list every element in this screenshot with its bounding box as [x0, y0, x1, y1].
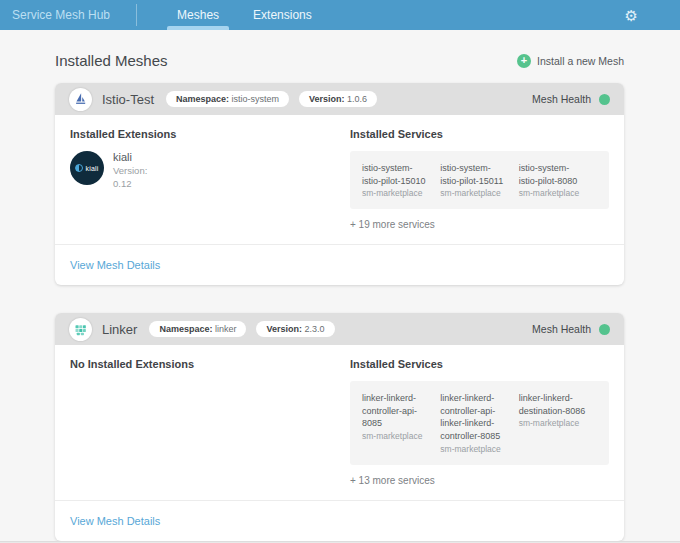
main-content: Installed Meshes + Install a new Mesh Is… — [0, 30, 680, 541]
version-badge: Version: 2.3.0 — [256, 321, 334, 337]
service-name: linker-linkerd-controller-api-8085 — [362, 392, 430, 430]
kiali-ring-glyph — [75, 164, 83, 172]
mesh-card-footer: View Mesh Details — [55, 500, 624, 541]
service-source: sm-marketplace — [519, 418, 587, 428]
kiali-word: kiali — [85, 165, 98, 172]
namespace-value: istio-system — [232, 94, 280, 104]
tab-extensions[interactable]: Extensions — [241, 0, 324, 30]
service-item: istio-system-istio-pilot-15010 sm-market… — [362, 162, 440, 198]
view-mesh-details-link[interactable]: View Mesh Details — [70, 259, 160, 271]
more-services-text: + 13 more services — [350, 475, 609, 486]
extension-item-kiali: kiali kiali Version: 0.12 — [70, 151, 350, 191]
service-source: sm-marketplace — [440, 188, 508, 198]
installed-services-column: Installed Services istio-system-istio-pi… — [350, 128, 609, 244]
extension-name: kiali — [113, 151, 147, 163]
health-status-dot — [599, 324, 610, 335]
installed-services-title: Installed Services — [350, 358, 609, 370]
mesh-health: Mesh Health — [532, 93, 610, 105]
service-item: linker-linkerd-controller-api-linker-lin… — [440, 392, 518, 453]
version-badge: Version: 1.0.6 — [299, 91, 377, 107]
nav-divider — [136, 4, 137, 26]
nav-tabs: Meshes Extensions — [165, 0, 334, 30]
istio-logo-icon — [69, 88, 92, 111]
mesh-card-header: Istio-Test Namespace: istio-system Versi… — [55, 83, 624, 115]
active-tab-underline — [167, 26, 229, 30]
page-header: Installed Meshes + Install a new Mesh — [55, 52, 624, 69]
service-source: sm-marketplace — [440, 444, 508, 454]
service-name: istio-system-istio-pilot-15010 — [362, 162, 430, 187]
service-source: sm-marketplace — [362, 431, 430, 441]
service-item: linker-linkerd-controller-api-8085 sm-ma… — [362, 392, 440, 453]
mesh-health: Mesh Health — [532, 323, 610, 335]
mesh-card-linker: Linker Namespace: linker Version: 2.3.0 … — [55, 313, 624, 540]
service-item: istio-system-istio-pilot-15011 sm-market… — [440, 162, 518, 198]
namespace-label: Namespace: — [176, 94, 229, 104]
service-item: istio-system-istio-pilot-8080 sm-marketp… — [519, 162, 597, 198]
tab-meshes-label: Meshes — [177, 8, 219, 22]
mesh-card-header: Linker Namespace: linker Version: 2.3.0 … — [55, 313, 624, 345]
mesh-name: Linker — [102, 322, 137, 337]
more-services-text: + 19 more services — [350, 219, 609, 230]
page-title: Installed Meshes — [55, 52, 168, 69]
install-new-mesh-button[interactable]: + Install a new Mesh — [517, 54, 624, 68]
tab-extensions-label: Extensions — [253, 8, 312, 22]
app-title[interactable]: Service Mesh Hub — [0, 0, 136, 30]
version-label: Version: — [266, 324, 302, 334]
service-name: istio-system-istio-pilot-15011 — [440, 162, 508, 187]
version-label: Version: — [309, 94, 345, 104]
mesh-health-label: Mesh Health — [532, 93, 591, 105]
installed-extensions-column: No Installed Extensions — [70, 358, 350, 499]
installed-extensions-title: Installed Extensions — [70, 128, 350, 140]
services-box: linker-linkerd-controller-api-8085 sm-ma… — [350, 381, 609, 464]
no-installed-extensions-title: No Installed Extensions — [70, 358, 350, 370]
namespace-value: linker — [215, 324, 237, 334]
plus-icon: + — [517, 54, 531, 68]
service-name: linker-linkerd-controller-api-linker-lin… — [440, 392, 508, 442]
health-status-dot — [599, 94, 610, 105]
gear-icon[interactable]: ⚙ — [625, 8, 638, 23]
nav-right: ⚙ — [625, 0, 680, 30]
mesh-card-body: No Installed Extensions Installed Servic… — [55, 345, 624, 499]
namespace-badge: Namespace: linker — [149, 321, 246, 337]
service-name: istio-system-istio-pilot-8080 — [519, 162, 587, 187]
installed-services-column: Installed Services linker-linkerd-contro… — [350, 358, 609, 499]
kiali-logo-icon: kiali — [70, 151, 104, 185]
version-value: 1.0.6 — [347, 94, 367, 104]
install-new-mesh-label: Install a new Mesh — [537, 55, 624, 67]
mesh-card-istio-test: Istio-Test Namespace: istio-system Versi… — [55, 83, 624, 285]
installed-extensions-column: Installed Extensions kiali kiali Version… — [70, 128, 350, 244]
mesh-name: Istio-Test — [102, 92, 154, 107]
extension-version-label: Version: — [113, 165, 147, 178]
service-name: linker-linkerd-destination-8086 — [519, 392, 587, 417]
mesh-card-footer: View Mesh Details — [55, 244, 624, 285]
installed-services-title: Installed Services — [350, 128, 609, 140]
mesh-health-label: Mesh Health — [532, 323, 591, 335]
services-box: istio-system-istio-pilot-15010 sm-market… — [350, 151, 609, 209]
linkerd-logo-icon — [69, 318, 92, 341]
service-source: sm-marketplace — [519, 188, 587, 198]
tab-meshes[interactable]: Meshes — [165, 0, 231, 30]
version-value: 2.3.0 — [305, 324, 325, 334]
view-mesh-details-link[interactable]: View Mesh Details — [70, 515, 160, 527]
namespace-badge: Namespace: istio-system — [166, 91, 289, 107]
namespace-label: Namespace: — [159, 324, 212, 334]
service-source: sm-marketplace — [362, 188, 430, 198]
extension-version-value: 0.12 — [113, 178, 147, 191]
top-nav: Service Mesh Hub Meshes Extensions ⚙ — [0, 0, 680, 30]
service-item: linker-linkerd-destination-8086 sm-marke… — [519, 392, 597, 453]
mesh-card-body: Installed Extensions kiali kiali Version… — [55, 115, 624, 244]
